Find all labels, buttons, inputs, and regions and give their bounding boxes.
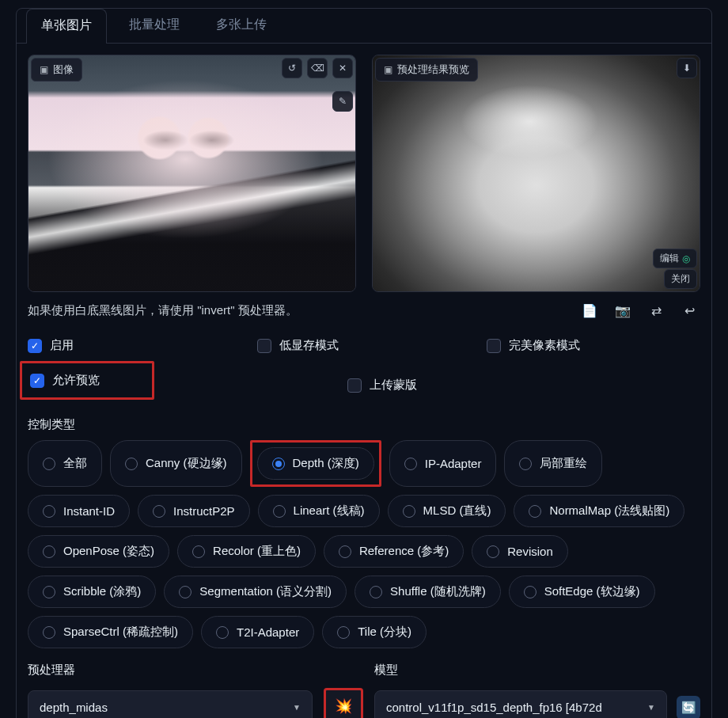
control-type-option[interactable]: Shuffle (随机洗牌) <box>355 576 501 608</box>
radio-icon <box>43 626 55 639</box>
tab-single-image[interactable]: 单张图片 <box>26 9 107 44</box>
source-image-label-text: 图像 <box>53 63 74 77</box>
control-type-option-label: Scribble (涂鸦) <box>63 584 141 599</box>
check-pixel-perfect[interactable]: 完美像素模式 <box>487 338 580 353</box>
radio-icon <box>43 458 55 470</box>
preview-edit-chip[interactable]: 编辑 ◎ <box>653 249 697 268</box>
tab-multi-upload[interactable]: 多张上传 <box>202 9 281 43</box>
check-enable[interactable]: ✓ 启用 <box>28 338 249 353</box>
control-type-option[interactable]: SoftEdge (软边缘) <box>509 576 655 608</box>
control-type-option-label: T2I-Adapter <box>237 625 299 639</box>
source-image-toolbar: ↺ ⌫ ✕ <box>282 58 353 78</box>
preview-close-chip[interactable]: 关闭 <box>664 269 697 289</box>
close-image-button[interactable]: ✕ <box>332 58 353 78</box>
control-type-option[interactable]: T2I-Adapter <box>201 616 314 648</box>
control-type-option-label: NormalMap (法线贴图) <box>549 503 669 519</box>
preview-image-label: ▣ 预处理结果预览 <box>375 58 478 82</box>
radio-icon <box>519 458 532 470</box>
model-label: 模型 <box>374 663 700 678</box>
radio-icon <box>272 458 285 470</box>
checkbox-on-icon: ✓ <box>30 374 44 388</box>
radio-icon <box>43 505 55 518</box>
radio-icon <box>153 505 165 518</box>
control-type-option[interactable]: InstructP2P <box>138 495 250 527</box>
hint-row: 如果使用白底黑线图片，请使用 "invert" 预处理器。 📄 📷 ⇄ ↩ <box>28 302 700 319</box>
control-type-highlight: Depth (深度) <box>250 440 381 487</box>
controlnet-panel: 单张图片 批量处理 多张上传 ▣ 图像 ↺ ⌫ ✕ ✎ <box>16 8 712 718</box>
preprocessor-col: 预处理器 depth_midas ▼ <box>28 663 313 718</box>
selectors-row: 预处理器 depth_midas ▼ 💥 模型 control_v11f1p_s… <box>28 663 700 718</box>
image-row: ▣ 图像 ↺ ⌫ ✕ ✎ ▣ 预处理结果预览 <box>28 55 700 292</box>
source-image[interactable] <box>28 55 356 292</box>
radio-icon <box>339 545 351 558</box>
check-upload-mask-label: 上传蒙版 <box>370 378 417 393</box>
edit-chip-label: 编辑 <box>660 252 679 265</box>
radio-icon <box>179 586 191 598</box>
preprocessor-value: depth_midas <box>40 701 108 714</box>
swap-icon[interactable]: ⇄ <box>645 302 667 319</box>
control-type-option-label: Instant-ID <box>63 504 115 518</box>
control-type-option-label: Revision <box>507 545 553 558</box>
control-type-option[interactable]: Canny (硬边缘) <box>110 440 242 487</box>
control-type-option[interactable]: IP-Adapter <box>389 440 497 487</box>
check-pixel-perfect-label: 完美像素模式 <box>509 338 580 353</box>
control-type-option[interactable]: 局部重绘 <box>504 440 602 487</box>
check-allow-preview[interactable]: ✓ 允许预览 <box>30 373 144 388</box>
control-type-option[interactable]: Reference (参考) <box>324 535 464 568</box>
control-type-option[interactable]: Instant-ID <box>28 495 130 527</box>
preview-image-toolbar: ⬇ <box>677 58 697 78</box>
control-type-option-label: Tile (分块) <box>358 625 411 640</box>
radio-icon <box>125 458 138 470</box>
check-low-vram-label: 低显存模式 <box>279 338 339 353</box>
control-type-option-label: Shuffle (随机洗牌) <box>390 584 486 599</box>
radio-icon <box>403 505 415 518</box>
control-type-option[interactable]: Depth (深度) <box>257 447 374 480</box>
check-upload-mask[interactable]: 上传蒙版 <box>347 378 417 393</box>
preview-image[interactable] <box>372 55 700 292</box>
control-type-option[interactable]: Revision <box>472 535 568 568</box>
control-type-option[interactable]: Tile (分块) <box>322 616 427 648</box>
tab-batch[interactable]: 批量处理 <box>115 9 194 43</box>
radio-icon <box>404 458 417 470</box>
control-type-option[interactable]: Lineart (线稿) <box>258 495 380 527</box>
hint-action-icons: 📄 📷 ⇄ ↩ <box>578 302 700 319</box>
control-type-option[interactable]: SparseCtrl (稀疏控制) <box>28 616 193 648</box>
control-type-option[interactable]: Recolor (重上色) <box>177 535 316 568</box>
model-select[interactable]: control_v11f1p_sd15_depth_fp16 [4b72d ▼ <box>374 690 667 718</box>
control-type-option-label: Canny (硬边缘) <box>146 456 227 471</box>
close-chip-label: 关闭 <box>671 272 690 286</box>
control-type-option-label: IP-Adapter <box>425 457 482 470</box>
checkbox-off-icon <box>257 339 271 353</box>
control-type-option-label: InstructP2P <box>173 504 235 518</box>
radio-icon <box>524 586 537 598</box>
control-type-option-label: 全部 <box>63 456 87 471</box>
preprocessor-select[interactable]: depth_midas ▼ <box>28 690 313 718</box>
undo-button[interactable]: ↺ <box>282 58 302 78</box>
control-type-option[interactable]: OpenPose (姿态) <box>28 535 169 568</box>
control-type-option[interactable]: NormalMap (法线贴图) <box>514 495 684 527</box>
erase-button[interactable]: ⌫ <box>307 58 328 78</box>
checkbox-on-icon: ✓ <box>28 339 42 353</box>
preview-image-label-text: 预处理结果预览 <box>397 63 469 77</box>
control-type-section: 控制类型 全部Canny (硬边缘)Depth (深度)IP-Adapter局部… <box>28 417 700 648</box>
refresh-models-button[interactable]: 🔄 <box>677 696 700 719</box>
control-type-label: 控制类型 <box>28 417 700 432</box>
control-type-option[interactable]: Scribble (涂鸦) <box>28 576 156 608</box>
send-back-icon[interactable]: ↩ <box>678 302 700 319</box>
check-low-vram[interactable]: 低显存模式 <box>257 338 479 353</box>
model-col: 模型 control_v11f1p_sd15_depth_fp16 [4b72d… <box>374 663 700 718</box>
tabs: 单张图片 批量处理 多张上传 <box>17 9 711 44</box>
run-preprocessor-button[interactable]: 💥 <box>324 688 363 718</box>
control-type-option[interactable]: MLSD (直线) <box>388 495 506 527</box>
control-type-option-label: Lineart (线稿) <box>294 503 365 519</box>
control-type-option[interactable]: Segmentation (语义分割) <box>164 576 347 608</box>
download-button[interactable]: ⬇ <box>677 58 697 78</box>
camera-icon[interactable]: 📷 <box>612 302 634 319</box>
radio-icon <box>192 545 205 558</box>
control-type-option[interactable]: 全部 <box>28 440 102 487</box>
check-allow-preview-label: 允许预览 <box>52 373 100 388</box>
edit-brush-button[interactable]: ✎ <box>332 91 353 112</box>
new-doc-icon[interactable]: 📄 <box>578 302 601 319</box>
control-type-option-label: Segmentation (语义分割) <box>199 584 332 599</box>
control-type-option-label: Reference (参考) <box>359 544 449 559</box>
